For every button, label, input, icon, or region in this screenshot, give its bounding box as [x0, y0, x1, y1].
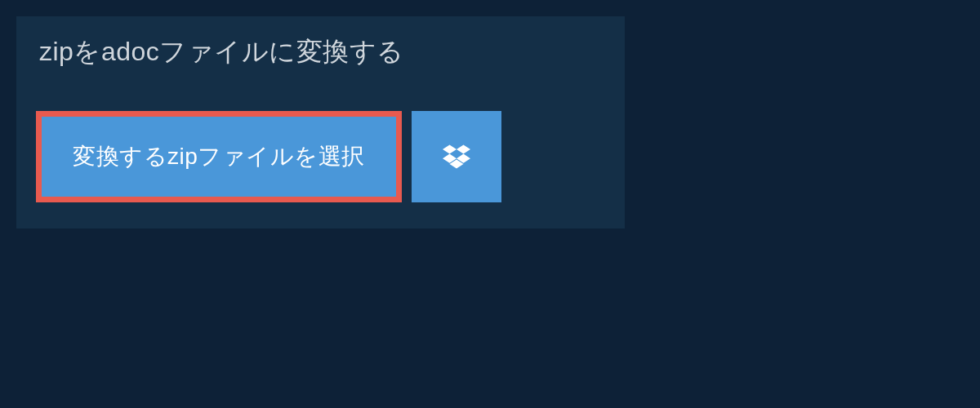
- converter-panel: zipをadocファイルに変換する 変換するzipファイルを選択: [16, 16, 625, 228]
- select-file-button[interactable]: 変換するzipファイルを選択: [36, 111, 402, 202]
- dropbox-icon: [443, 144, 470, 169]
- dropbox-button[interactable]: [412, 111, 501, 202]
- button-row: 変換するzipファイルを選択: [16, 88, 625, 228]
- title-bar: zipをadocファイルに変換する: [16, 16, 427, 88]
- select-file-label: 変換するzipファイルを選択: [73, 141, 365, 172]
- page-title: zipをadocファイルに変換する: [39, 34, 404, 70]
